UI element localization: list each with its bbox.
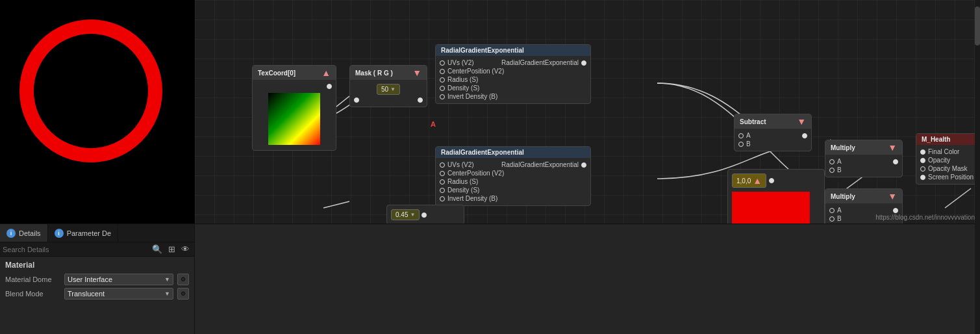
mask-node[interactable]: Mask ( R G ) ▼ 50 ▼: [349, 65, 427, 107]
search-button[interactable]: 🔍: [150, 244, 164, 254]
radial2-title: RadialGradientExponential: [441, 149, 524, 156]
mask-content: 50 ▼: [350, 80, 427, 107]
mhealth-row-opacity: Opacity: [920, 156, 980, 164]
graph-area[interactable]: TexCoord[0] ▲ Mask ( R G ) ▼ 50: [195, 0, 980, 224]
color-out-pin: [769, 178, 774, 183]
parameter-tab-icon: i: [55, 229, 64, 238]
color-node[interactable]: 1,0,0 ▲: [727, 169, 825, 224]
radial1-out-pin: [581, 60, 586, 66]
multiply1-out-pin: [893, 159, 898, 164]
texcoord-out-pin: [327, 84, 332, 89]
tab-details[interactable]: i Details: [0, 224, 48, 242]
dome-value: User Interface: [68, 276, 112, 283]
tab-parameter[interactable]: i Parameter De: [48, 224, 118, 242]
color-value: 1,0,0: [736, 177, 751, 185]
radial1-row-density: Density (S): [440, 84, 586, 92]
subtract-row-b: B: [738, 140, 807, 148]
multiply2-pin-b: [829, 216, 835, 222]
mhealth-pin-opacity: [920, 158, 925, 163]
val045-node[interactable]: 0.45 ▼: [386, 205, 464, 224]
mhealth-pin-opacitymask: [920, 166, 925, 172]
radial2-out-pin: [581, 162, 586, 168]
mhealth-pin-finalcolor: [920, 149, 925, 155]
svg-line-2: [323, 201, 349, 208]
mhealth-header: M_Health: [916, 134, 980, 145]
radial1-node[interactable]: RadialGradientExponential UVs (V2) Radia…: [435, 44, 591, 104]
section-material: Material: [5, 261, 189, 270]
mask-header: Mask ( R G ) ▼: [350, 66, 427, 80]
radial2-pin-radius: [440, 179, 445, 185]
bottom-graph-continuation: [195, 224, 980, 334]
radial1-row-radius: Radius (S): [440, 75, 586, 84]
multiply2-out-pin: [893, 208, 898, 213]
radial1-pin-radius: [440, 77, 445, 83]
mhealth-node[interactable]: M_Health Final Color Opacity Opacity Mas…: [916, 133, 980, 185]
label-a: A: [431, 120, 436, 128]
radial2-header: RadialGradientExponential: [436, 147, 590, 158]
svg-line-7: [945, 188, 971, 208]
radial1-pin-center: [440, 69, 445, 74]
radial1-pin-density: [440, 86, 445, 91]
grid-button[interactable]: ⊞: [166, 244, 177, 254]
blend-icon[interactable]: ⚙: [177, 288, 189, 300]
scrollbar-thumb: [975, 6, 980, 45]
radial2-row-invert: Invert Density (B): [440, 194, 586, 203]
search-bar: 🔍 ⊞ 👁: [0, 242, 194, 257]
mask-dropdown-arrow: ▼: [390, 86, 396, 92]
radial2-row-radius: Radius (S): [440, 177, 586, 186]
subtract-header: Subtract ▼: [735, 114, 811, 129]
property-row-blend: Blend Mode Translucent ▼ ⚙: [5, 288, 189, 300]
subtract-out-pin: [802, 133, 807, 138]
search-input[interactable]: [3, 246, 148, 253]
scrollbar-v[interactable]: [975, 0, 980, 334]
mhealth-content: Final Color Opacity Opacity Mask Screen …: [916, 145, 980, 184]
blend-dropdown[interactable]: Translucent ▼: [64, 288, 173, 300]
subtract-title: Subtract: [740, 118, 766, 125]
texcoord-node[interactable]: TexCoord[0] ▲: [252, 65, 336, 151]
val045-box[interactable]: 0.45 ▼: [391, 209, 420, 220]
dome-dropdown[interactable]: User Interface ▼: [64, 274, 173, 285]
subtract-content: A B: [735, 129, 811, 151]
mhealth-row-finalcolor: Final Color: [920, 148, 980, 156]
parameter-tab-label: Parameter De: [67, 229, 111, 237]
radial1-title: RadialGradientExponential: [441, 47, 524, 54]
multiply2-pin-a: [829, 208, 835, 213]
mask-value: 50: [381, 86, 388, 93]
radial2-row-uvs: UVs (V2) RadialGradientExponential: [440, 161, 586, 169]
mhealth-row-screenpos: Screen Position: [920, 173, 980, 181]
multiply1-row-b: B: [829, 166, 898, 174]
multiply1-node[interactable]: Multiply ▼ A B: [825, 140, 903, 177]
mask-value-box[interactable]: 50 ▼: [377, 84, 400, 95]
radial1-content: UVs (V2) RadialGradientExponential Cente…: [436, 56, 590, 103]
tex-gradient: [268, 93, 320, 145]
multiply2-header: Multiply ▼: [825, 189, 902, 203]
mhealth-title: M_Health: [922, 136, 950, 143]
panel-tabs: i Details i Parameter De: [0, 224, 194, 242]
dome-icon[interactable]: ⚙: [177, 274, 189, 285]
radial1-row-center: CenterPosition (V2): [440, 67, 586, 75]
val045-content: 0.45 ▼: [387, 205, 464, 224]
radial1-header: RadialGradientExponential: [436, 45, 590, 56]
radial2-row-center: CenterPosition (V2): [440, 169, 586, 177]
multiply1-title: Multiply: [831, 144, 855, 151]
panel-content: Material Material Dome User Interface ▼ …: [0, 257, 194, 334]
texcoord-header: TexCoord[0] ▲: [253, 66, 336, 80]
multiply1-row-a: A: [829, 157, 898, 166]
radial1-pin-uvs: [440, 60, 445, 66]
radial2-content: UVs (V2) RadialGradientExponential Cente…: [436, 158, 590, 205]
texcoord-title: TexCoord[0]: [258, 70, 295, 77]
subtract-node[interactable]: Subtract ▼ A B: [734, 114, 812, 151]
color-value-box[interactable]: 1,0,0 ▲: [732, 173, 766, 188]
val045-value: 0.45: [396, 211, 408, 218]
color-content: 1,0,0 ▲: [728, 170, 824, 224]
mask-in-pin: [354, 97, 359, 103]
texcoord-content: [253, 80, 336, 150]
mhealth-pin-screenpos: [920, 175, 925, 180]
multiply1-pin-b: [829, 168, 835, 173]
blend-label: Blend Mode: [5, 290, 60, 298]
multiply1-pin-a: [829, 159, 835, 164]
radial2-node[interactable]: RadialGradientExponential UVs (V2) Radia…: [435, 146, 591, 206]
radial2-pin-invert: [440, 196, 445, 201]
eye-button[interactable]: 👁: [179, 244, 192, 254]
radial2-row-density: Density (S): [440, 186, 586, 194]
